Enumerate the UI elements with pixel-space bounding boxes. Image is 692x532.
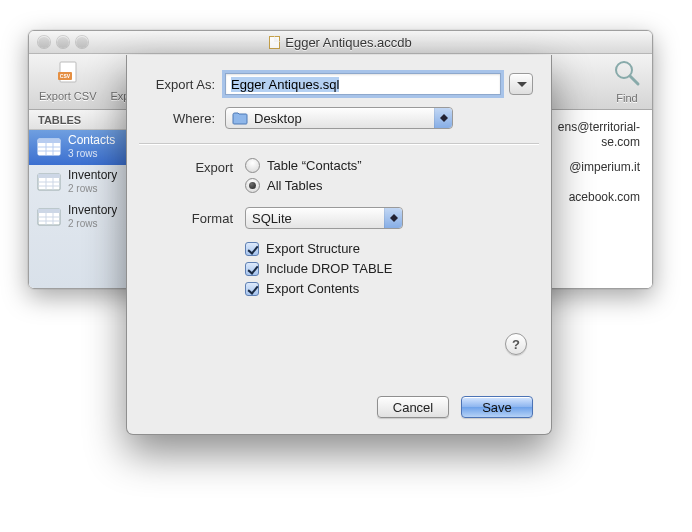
- updown-stepper-icon: [434, 108, 452, 128]
- email-fragment: @imperium.it: [569, 160, 640, 174]
- where-popup[interactable]: Desktop: [225, 107, 453, 129]
- updown-stepper-icon: [384, 208, 402, 228]
- check-export-structure[interactable]: Export Structure: [245, 241, 392, 256]
- export-scope-label: Export: [145, 158, 245, 193]
- export-as-input[interactable]: [225, 73, 501, 95]
- window-title: Egger Antiques.accdb: [29, 31, 652, 54]
- export-csv-button[interactable]: CSV Export CSV: [39, 61, 96, 102]
- where-label: Where:: [145, 111, 225, 126]
- cancel-button[interactable]: Cancel: [377, 396, 449, 418]
- magnifier-icon: [612, 59, 642, 89]
- table-icon: [37, 138, 61, 156]
- email-fragment: acebook.com: [569, 190, 640, 204]
- separator: [139, 143, 539, 144]
- radio-all-tables[interactable]: All Tables: [245, 178, 362, 193]
- title-bar: Egger Antiques.accdb: [29, 31, 652, 54]
- email-fragment: ens@territorial-: [558, 120, 640, 134]
- format-popup[interactable]: SQLite: [245, 207, 403, 229]
- find-button[interactable]: Find: [612, 59, 642, 104]
- svg-line-13: [630, 76, 638, 84]
- export-sheet: Export As: Where: Desktop Export Table “…: [126, 55, 552, 435]
- format-label: Format: [145, 211, 245, 226]
- save-button[interactable]: Save: [461, 396, 533, 418]
- help-button[interactable]: ?: [505, 333, 527, 355]
- table-icon: [37, 208, 61, 226]
- svg-rect-27: [38, 209, 60, 213]
- export-as-label: Export As:: [145, 77, 225, 92]
- csv-file-icon: CSV: [53, 61, 83, 87]
- svg-rect-21: [38, 174, 60, 178]
- table-icon: [37, 173, 61, 191]
- svg-rect-15: [38, 139, 60, 143]
- check-include-drop-table[interactable]: Include DROP TABLE: [245, 261, 392, 276]
- email-fragment: se.com: [601, 135, 640, 149]
- folder-icon: [232, 112, 248, 125]
- svg-text:CSV: CSV: [60, 73, 71, 79]
- radio-table-contacts[interactable]: Table “Contacts”: [245, 158, 362, 173]
- document-icon: [269, 36, 280, 49]
- check-export-contents[interactable]: Export Contents: [245, 281, 392, 296]
- expand-save-panel-button[interactable]: [509, 73, 533, 95]
